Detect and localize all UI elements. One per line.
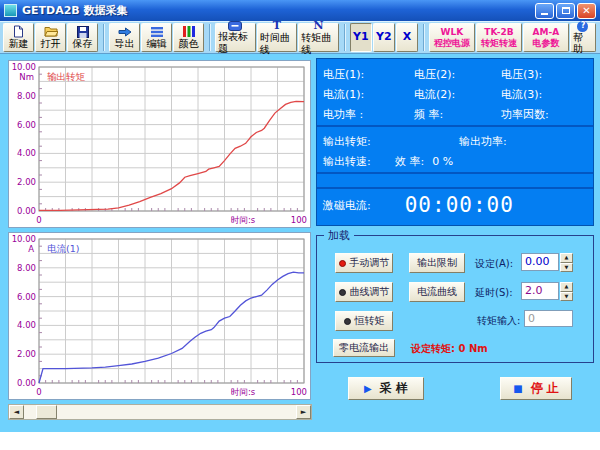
open-folder-icon — [44, 25, 58, 38]
x-axis-button[interactable]: X — [396, 23, 418, 52]
svg-text:4.00: 4.00 — [17, 320, 36, 330]
app-icon — [4, 4, 17, 17]
wlk-power-supply-button[interactable]: WLK 程控电源 — [429, 23, 475, 52]
tk2b-torque-speed-button[interactable]: TK-2B 转矩转速 — [476, 23, 522, 52]
toolbar-separator — [209, 24, 211, 51]
spinner-up-icon[interactable]: ▲ — [560, 282, 573, 292]
main-area: 0.002.004.006.008.0010.00Nm0时间:s100输出转矩 … — [0, 54, 600, 432]
y1-axis-button[interactable]: Y1 — [350, 23, 372, 52]
new-label: 新建 — [9, 38, 29, 50]
ama-line1: AM-A — [533, 27, 560, 37]
power-measurements-section: 电压(1): 电压(2): 电压(3): 电流(1): 电流(2): 电流(3)… — [317, 59, 593, 127]
maximize-button[interactable] — [556, 3, 575, 19]
zero-current-output-button[interactable]: 零电流输出 — [333, 339, 395, 357]
close-button[interactable]: ✕ — [577, 3, 596, 19]
export-button[interactable]: 导出 — [109, 23, 140, 52]
tk2b-line2: 转矩转速 — [481, 38, 517, 48]
spinner-up-icon[interactable]: ▲ — [560, 253, 573, 263]
new-document-icon — [13, 25, 24, 38]
play-icon: ▶ — [364, 383, 372, 394]
svg-text:10.00: 10.00 — [12, 234, 36, 244]
scroll-right-arrow-icon[interactable]: ► — [296, 405, 311, 419]
svg-text:电流(1): 电流(1) — [47, 243, 79, 254]
window-title: GETDA2B 数据采集 — [22, 3, 533, 18]
torque-input-field[interactable]: 0 — [524, 310, 573, 327]
open-label: 打开 — [41, 38, 61, 50]
ama-electric-params-button[interactable]: AM-A 电参数 — [523, 23, 569, 52]
save-button[interactable]: 保存 — [67, 23, 98, 52]
svg-text:100: 100 — [291, 387, 307, 397]
stop-label: 停 止 — [531, 380, 559, 397]
help-icon: ? — [577, 21, 588, 32]
color-bars-icon — [183, 25, 195, 38]
curve-adjust-radio-button[interactable]: 曲线调节 — [335, 282, 393, 302]
time-curve-button[interactable]: T 时间曲线 — [257, 23, 298, 52]
manual-adjust-radio-button[interactable]: 手动调节 — [335, 253, 393, 273]
toolbar-separator — [344, 24, 346, 51]
save-floppy-icon — [77, 25, 89, 38]
svg-text:0: 0 — [36, 387, 41, 397]
current1-label: 电流(1): — [323, 87, 414, 102]
toolbar-separator — [423, 24, 425, 51]
set-current-input[interactable]: 0.00 — [521, 253, 559, 271]
torque-curve-label: 转矩曲线 — [301, 32, 336, 55]
voltage2-label: 电压(2): — [414, 67, 501, 82]
svg-text:8.00: 8.00 — [17, 263, 36, 273]
voltage1-label: 电压(1): — [323, 67, 414, 82]
output-torque-label: 输出转矩: — [323, 134, 459, 149]
current-time-chart: 0.002.004.006.008.0010.00A0时间:s100电流(1) — [8, 232, 311, 400]
new-button[interactable]: 新建 — [3, 23, 34, 52]
help-label: 帮 助 — [573, 32, 593, 55]
load-groupbox: 加载 手动调节 曲线调节 恒转矩 零电流输出 输出限制 电流曲线 — [316, 235, 594, 363]
minimize-button[interactable] — [535, 3, 554, 19]
output-speed-label: 输出转速: — [323, 154, 395, 169]
edit-button[interactable]: 编辑 — [141, 23, 172, 52]
stop-button[interactable]: ■ 停 止 — [500, 377, 572, 400]
excitation-timer-section: 激磁电流: 00:00:00 — [317, 189, 593, 221]
current-curve-button[interactable]: 电流曲线 — [409, 282, 465, 302]
svg-text:4.00: 4.00 — [17, 148, 36, 158]
toolbar: 新建 打开 保存 导出 编辑 — [0, 21, 600, 54]
y2-axis-button[interactable]: Y2 — [373, 23, 395, 52]
delay-spinner[interactable]: ▲ ▼ — [560, 282, 573, 301]
spinner-down-icon[interactable]: ▼ — [560, 263, 573, 273]
close-icon: ✕ — [582, 6, 590, 16]
set-current-spinner[interactable]: ▲ ▼ — [560, 253, 573, 272]
report-title-icon — [228, 21, 242, 31]
output-measurements-section: 输出转矩: 输出功率: 输出转速: 效 率: 0 % — [317, 127, 593, 174]
power-factor-label: 功率因数: — [501, 107, 593, 122]
help-button[interactable]: ? 帮 助 — [570, 23, 596, 52]
output-limit-button[interactable]: 输出限制 — [409, 253, 465, 273]
ama-line2: 电参数 — [532, 38, 559, 48]
electric-power-label: 电功率 : — [323, 107, 414, 122]
open-button[interactable]: 打开 — [35, 23, 66, 52]
svg-text:0.00: 0.00 — [17, 206, 36, 216]
app-window: GETDA2B 数据采集 ✕ 新建 打开 保存 — [0, 0, 600, 432]
delay-input[interactable]: 2.0 — [521, 282, 559, 300]
svg-text:0.00: 0.00 — [17, 378, 36, 388]
stop-icon: ■ — [513, 383, 522, 394]
current2-label: 电流(2): — [414, 87, 501, 102]
report-title-button[interactable]: 报表标题 — [215, 23, 256, 52]
minimize-icon — [541, 13, 548, 15]
svg-text:10.00: 10.00 — [12, 62, 36, 72]
scrollbar-thumb[interactable] — [36, 405, 57, 419]
delay-label: 延时(S): — [475, 286, 513, 300]
constant-torque-radio-button[interactable]: 恒转矩 — [335, 311, 393, 331]
toolbar-separator — [103, 24, 105, 51]
torque-curve-button[interactable]: N 转矩曲线 — [298, 23, 339, 52]
scroll-left-arrow-icon[interactable]: ◄ — [9, 405, 24, 419]
set-current-label: 设定(A): — [475, 257, 513, 271]
sample-button[interactable]: ▶ 采 样 — [348, 377, 424, 400]
maximize-icon — [562, 7, 570, 14]
set-torque-value: 0 Nm — [458, 343, 487, 354]
svg-text:2.00: 2.00 — [17, 177, 36, 187]
color-button[interactable]: 颜色 — [173, 23, 204, 52]
chart-scrollbar[interactable]: ◄ ► — [8, 404, 312, 420]
frequency-label: 频 率: — [414, 107, 501, 122]
wlk-line1: WLK — [441, 27, 464, 37]
efficiency-label: 效 率: — [395, 154, 424, 169]
radio-unselected-icon — [339, 289, 346, 296]
spinner-down-icon[interactable]: ▼ — [560, 292, 573, 302]
svg-text:2.00: 2.00 — [17, 349, 36, 359]
